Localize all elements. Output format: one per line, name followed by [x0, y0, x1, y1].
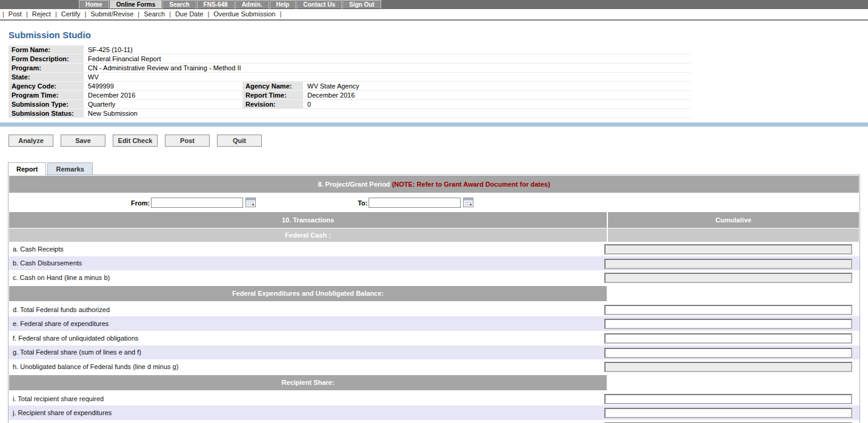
row-label-f: f. Federal share of unliquidated obligat… — [9, 335, 604, 342]
tab-remarks[interactable]: Remarks — [47, 162, 92, 175]
toolbar-link-search[interactable]: Search — [144, 10, 165, 18]
quit-button[interactable]: Quit — [217, 135, 262, 147]
cumulative-input-d[interactable] — [604, 305, 852, 315]
action-button-row: AnalyzeSaveEdit CheckPostQuit — [8, 135, 868, 147]
top-navbar: HomeOnline FormsSearchFNS-648Admin.HelpC… — [0, 0, 868, 9]
cumulative-cell-b — [604, 258, 859, 269]
transaction-row-e: e. Federal share of expenditures — [8, 316, 860, 331]
group-header-cumulative-cell — [608, 228, 859, 242]
transactions-header-row: 10. Transactions Cumulative — [9, 212, 859, 228]
toolbar-link-post[interactable]: Post — [8, 10, 22, 18]
cumulative-cell-i — [604, 393, 859, 404]
cumulative-input-i[interactable] — [604, 394, 852, 404]
nav-item-contact-us[interactable]: Contact Us — [296, 0, 342, 9]
calendar-icon[interactable] — [463, 198, 473, 208]
toolbar-separator: | — [85, 10, 87, 18]
row-label-c: c. Cash on Hand (line a minus b) — [9, 274, 604, 281]
cumulative-input-j[interactable] — [604, 408, 852, 418]
row-label-j: j. Recipient share of expenditures — [9, 409, 604, 416]
field-label-report-time: Report Time: — [242, 91, 303, 100]
group-title: Federal Cash : — [9, 228, 607, 242]
toolbar-links: |Post|Reject|Certify|Submit/Revise|Searc… — [0, 9, 868, 21]
field-label-submission-status: Submission Status: — [8, 109, 84, 118]
cumulative-cell-h — [604, 361, 859, 373]
field-value-report-time: December 2016 — [303, 91, 691, 100]
nav-item-admin[interactable]: Admin. — [235, 0, 269, 9]
transaction-row-h: h. Unobligated balance of Federal funds … — [8, 359, 860, 374]
transaction-row-j: j. Recipient share of expenditures — [8, 405, 860, 420]
field-value-revision: 0 — [303, 100, 691, 109]
analyze-button[interactable]: Analyze — [8, 135, 53, 147]
toolbar-separator: | — [2, 10, 4, 18]
field-label-revision: Revision: — [242, 100, 303, 109]
row-label-b: b. Cash Disbursements — [9, 259, 604, 267]
field-value-submission-type: Quarterly — [84, 100, 242, 109]
cumulative-input-a — [604, 244, 852, 255]
field-label-agency-name: Agency Name: — [242, 82, 303, 91]
cumulative-input-b — [604, 259, 852, 269]
field-value-agency-code: 5499999 — [84, 82, 242, 91]
field-value-program: CN - Administrative Review and Training … — [84, 64, 691, 73]
project-grant-period-row: From: To: — [8, 193, 860, 212]
blue-divider — [0, 122, 868, 127]
field-label-program-time: Program Time: — [8, 91, 84, 100]
transaction-row-d: d. Total Federal funds authorized — [8, 302, 860, 317]
row-label-e: e. Federal share of expenditures — [9, 320, 604, 327]
toolbar-link-overdue-submission[interactable]: Overdue Submission — [213, 10, 275, 18]
nav-item-search[interactable]: Search — [162, 0, 196, 9]
group-header-federal-cash: Federal Cash : — [9, 228, 859, 242]
post-button[interactable]: Post — [165, 135, 210, 147]
form-info-row: Submission Status:New Submission — [8, 109, 691, 118]
from-label: From: — [131, 199, 150, 207]
toolbar-link-submit-revise[interactable]: Submit/Revise — [90, 10, 133, 18]
cumulative-input-f[interactable] — [604, 333, 852, 344]
report-panel: 8. Project/Grant Period (NOTE: Refer to … — [8, 175, 860, 423]
field-label-program: Program: — [8, 64, 84, 73]
field-value-program-time: December 2016 — [84, 91, 242, 100]
cumulative-header: Cumulative — [608, 212, 859, 228]
form-info-row: Program:CN - Administrative Review and T… — [8, 64, 691, 73]
form-info-row: Agency Code:5499999Agency Name:WV State … — [8, 82, 691, 91]
transaction-row-i: i. Total recipient share required — [8, 391, 860, 406]
toolbar-separator: | — [207, 10, 209, 18]
from-date-input[interactable] — [151, 198, 243, 208]
form-info-row: Form Name:SF-425 (10-11) — [8, 45, 691, 55]
toolbar-link-due-date[interactable]: Due Date — [175, 10, 203, 18]
field-value-agency-name: WV State Agency — [303, 82, 691, 91]
field-label-state: State: — [8, 73, 84, 82]
tab-report[interactable]: Report — [8, 162, 46, 175]
transaction-row-k: k. Remaining recipient share to be provi… — [8, 420, 860, 423]
row-label-d: d. Total Federal funds authorized — [9, 306, 604, 313]
nav-item-online-forms[interactable]: Online Forms — [110, 0, 162, 9]
toolbar-separator: | — [26, 10, 28, 18]
nav-item-help[interactable]: Help — [270, 0, 296, 9]
cumulative-input-e[interactable] — [604, 319, 852, 329]
cumulative-cell-c — [604, 272, 859, 284]
form-info-row: Submission Type:QuarterlyRevision:0 — [8, 100, 691, 109]
transaction-row-f: f. Federal share of unliquidated obligat… — [8, 331, 860, 345]
nav-item-home[interactable]: Home — [79, 0, 109, 9]
field-value-form-name: SF-425 (10-11) — [84, 45, 691, 55]
tab-bar: ReportRemarks — [8, 162, 868, 175]
field-label-form-description: Form Description: — [8, 55, 84, 64]
nav-item-fns-648[interactable]: FNS-648 — [197, 0, 235, 9]
field-value-form-description: Federal Financial Report — [84, 55, 691, 64]
cumulative-input-g[interactable] — [604, 348, 852, 358]
edit-check-button[interactable]: Edit Check — [113, 135, 158, 147]
form-info-table: Form Name:SF-425 (10-11)Form Description… — [8, 45, 691, 118]
toolbar-link-certify[interactable]: Certify — [61, 10, 81, 18]
toolbar-link-reject[interactable]: Reject — [32, 10, 51, 18]
group-header-federal-expenditures-and-unobligated-balance: Federal Expenditures and Unobligated Bal… — [9, 286, 607, 301]
to-date-input[interactable] — [369, 198, 461, 208]
save-button[interactable]: Save — [61, 135, 105, 147]
row-label-g: g. Total Federal share (sum of lines e a… — [9, 348, 604, 356]
cumulative-cell-a — [604, 244, 859, 255]
cumulative-cell-d — [604, 304, 859, 315]
nav-item-sign-out[interactable]: Sign Out — [342, 0, 381, 9]
calendar-icon[interactable] — [245, 198, 256, 208]
transaction-row-a: a. Cash Receipts — [8, 242, 860, 256]
toolbar-separator: | — [169, 10, 171, 18]
section8-header: 8. Project/Grant Period (NOTE: Refer to … — [9, 176, 859, 193]
toolbar-separator: | — [279, 10, 281, 18]
field-label-form-name: Form Name: — [8, 45, 84, 55]
